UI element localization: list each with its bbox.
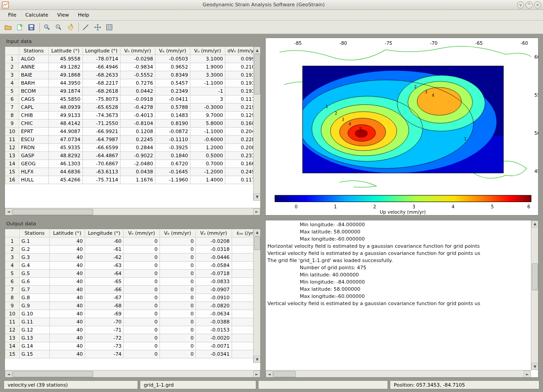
column-header[interactable]: Latitude (°) [50, 229, 85, 237]
cell[interactable]: 40 [50, 245, 85, 253]
pan-icon[interactable] [65, 22, 76, 33]
table-row[interactable]: 12G.1240-7100-0.0153 [5, 326, 260, 334]
cell[interactable]: 0.5457 [155, 79, 190, 87]
cell[interactable]: FRDN [19, 144, 48, 152]
cell[interactable]: 0 [159, 350, 195, 358]
open-icon[interactable] [3, 22, 13, 33]
cell[interactable]: -68.2633 [82, 71, 120, 79]
cell[interactable]: -0.0020 [196, 334, 232, 342]
cell[interactable]: 0 [159, 334, 195, 342]
cell[interactable]: 0 [159, 253, 195, 261]
cell[interactable]: 0 [159, 293, 195, 302]
cell[interactable]: 45.9335 [48, 144, 82, 152]
menu-file[interactable]: File [4, 11, 21, 19]
cell[interactable]: 40 [50, 318, 85, 326]
table-row[interactable]: 3G.340-6200-0.0446 [5, 253, 260, 261]
cell[interactable]: G.5 [19, 269, 50, 277]
cell[interactable]: -73 [85, 342, 124, 350]
cell[interactable]: 45.5850 [48, 95, 82, 103]
cell[interactable]: -74.3673 [82, 112, 120, 120]
cell[interactable]: -0.8104 [120, 120, 155, 128]
cell[interactable]: -0.0503 [155, 55, 190, 63]
row-number[interactable]: 1 [5, 55, 19, 63]
row-number[interactable]: 6 [5, 277, 20, 285]
table-row[interactable]: 4G.440-6300-0.0584 [5, 261, 260, 269]
cell[interactable]: 40 [50, 310, 85, 318]
cell[interactable]: EPRT [19, 128, 48, 136]
cell[interactable]: 9.7000 [190, 112, 225, 120]
column-header[interactable]: Longitude (°) [82, 47, 120, 55]
cell[interactable]: 40 [50, 302, 85, 310]
cell[interactable]: 45.4266 [48, 176, 82, 184]
row-number[interactable]: 15 [5, 168, 19, 176]
cell[interactable]: -60 [85, 237, 124, 245]
cell[interactable]: 5.8000 [190, 120, 225, 128]
cell[interactable]: -0.1645 [155, 168, 190, 176]
cell[interactable]: -1.1000 [190, 79, 225, 87]
row-number[interactable]: 7 [5, 285, 20, 293]
cell[interactable]: CHIB [19, 112, 48, 120]
cell[interactable]: 0 [124, 277, 159, 285]
row-number[interactable]: 13 [5, 152, 19, 160]
cell[interactable]: 0.6720 [155, 160, 190, 168]
scroll-down-icon[interactable]: ▼ [254, 194, 260, 201]
cell[interactable]: CAPL [19, 103, 48, 112]
cell[interactable]: 40 [50, 350, 85, 358]
cell[interactable]: 0 [159, 269, 195, 277]
cell[interactable]: -68.2217 [82, 79, 120, 87]
table-row[interactable]: 11G.1140-7000-0.0388 [5, 318, 260, 326]
cell[interactable]: 1.2000 [190, 144, 225, 152]
table-row[interactable]: 10EPRT44.9087-66.99210.1208-0.0872-1.100… [5, 128, 260, 136]
row-number[interactable]: 16 [5, 176, 19, 184]
cell[interactable]: 0.7000 [190, 160, 225, 168]
cell[interactable]: 3.1000 [190, 55, 225, 63]
cell[interactable]: 0 [124, 310, 159, 318]
cell[interactable]: -0.0318 [196, 245, 232, 253]
column-header[interactable]: Vᵤ (mm/yr) [190, 47, 225, 55]
row-number[interactable]: 7 [5, 103, 19, 112]
cell[interactable]: -74 [85, 350, 124, 358]
table-row[interactable]: 6CAGS45.5850-75.8073-0.0918-0.041130.117… [5, 95, 260, 103]
table-row[interactable]: 15G.1540-7400-0.0341 [5, 350, 260, 358]
cell[interactable]: 0.5788 [155, 103, 190, 112]
cell[interactable]: 45.9558 [48, 55, 82, 63]
cell[interactable]: 0 [124, 253, 159, 261]
cell[interactable]: -0.0820 [196, 302, 232, 310]
table-row[interactable]: 4BARH44.3950-68.22170.72760.5457-1.10000… [5, 79, 260, 87]
scroll-down-icon[interactable]: ▼ [531, 363, 539, 370]
output-table[interactable]: StationsLatitude (°)Longitude (°)Vₙ (mm/… [5, 229, 260, 358]
row-number[interactable]: 14 [5, 342, 20, 350]
column-header[interactable]: Vₙ (mm/yr) [124, 229, 159, 237]
cell[interactable]: -62 [85, 253, 124, 261]
cell[interactable]: -66 [85, 285, 124, 293]
vertical-scrollbar[interactable]: ▲ ▼ [253, 47, 260, 201]
cell[interactable]: -0.0153 [196, 326, 232, 334]
cell[interactable]: 0 [159, 318, 195, 326]
table-row[interactable]: 14G.1440-7300-0.0071 [5, 342, 260, 350]
cell[interactable]: ANNE [19, 63, 48, 71]
table-row[interactable]: 12FRDN45.9335-66.65990.2844-0.39251.2000… [5, 144, 260, 152]
table-row[interactable]: 13G.1340-7200-0.0020 [5, 334, 260, 342]
cell[interactable]: -66.4946 [82, 63, 120, 71]
cell[interactable]: -69 [85, 310, 124, 318]
table-row[interactable]: 3BAIE49.1868-68.2633-0.55520.83493.30000… [5, 71, 260, 79]
table-row[interactable]: 10G.1040-6900-0.0634 [5, 310, 260, 318]
row-number[interactable]: 15 [5, 350, 20, 358]
table-row[interactable]: 6G.640-6500-0.0833 [5, 277, 260, 285]
cell[interactable]: 0.1208 [120, 128, 155, 136]
cell[interactable]: 44.9087 [48, 128, 82, 136]
contour-plot[interactable]: -85 -80 -75 -70 -65 -60 60 55 50 45 [265, 38, 539, 215]
cell[interactable]: -68 [85, 302, 124, 310]
cell[interactable]: 0.9652 [155, 63, 190, 71]
menu-help[interactable]: Help [73, 11, 94, 19]
cell[interactable]: 0.7276 [120, 79, 155, 87]
cell[interactable]: 0 [124, 302, 159, 310]
cell[interactable]: 44.6836 [48, 168, 82, 176]
horizontal-scrollbar[interactable]: ◄ ► [5, 370, 260, 377]
cell[interactable]: 0 [159, 326, 195, 334]
vertical-scrollbar[interactable]: ▲ ▼ [531, 220, 538, 370]
horizontal-scrollbar[interactable]: ◄ ► [266, 370, 531, 377]
menu-view[interactable]: View [53, 11, 73, 19]
table-row[interactable]: 5G.540-6400-0.0718 [5, 269, 260, 277]
column-header[interactable]: Vₑ (mm/yr) [159, 229, 195, 237]
